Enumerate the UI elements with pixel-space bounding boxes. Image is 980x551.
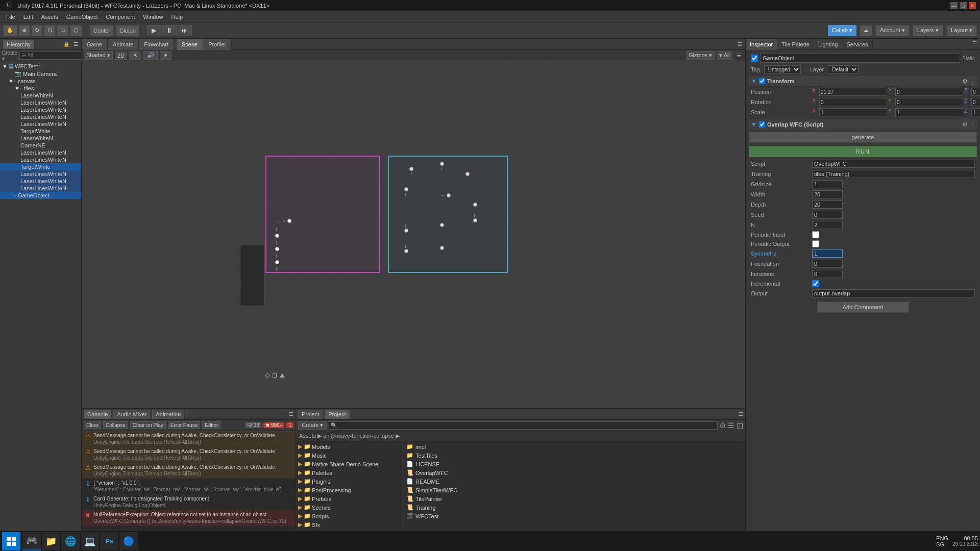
tab-profiler[interactable]: Profiler (203, 39, 232, 50)
taskbar-photoshop[interactable]: Ps (100, 532, 118, 550)
tab-project-1[interactable]: Project (298, 410, 323, 419)
foundation-field[interactable] (812, 260, 843, 268)
hierarchy-item-cornerne[interactable]: CornerNE (0, 142, 81, 149)
file-wfctest[interactable]: 🎬WFCTest (403, 512, 745, 520)
transform-component-header[interactable]: ▼ Transform ⚙ ⋮ (749, 76, 977, 87)
step-button[interactable]: ⏭ (178, 25, 192, 36)
project-tool-1[interactable]: ⊙ (720, 421, 726, 430)
output-field[interactable] (812, 289, 975, 297)
tool-move[interactable]: ⊕ (18, 25, 30, 36)
global-button[interactable]: Global (116, 25, 139, 36)
file-overlapwfc[interactable]: 📜OverlapWFC (403, 468, 745, 477)
tab-project-2[interactable]: Project (325, 410, 349, 419)
depth-field[interactable] (812, 201, 843, 209)
menu-edit[interactable]: Edit (19, 13, 37, 21)
file-license[interactable]: 📄LICENSE (403, 460, 745, 468)
hierarchy-item-laserlineswhiten-6[interactable]: LaserLinesWhiteN (0, 156, 81, 163)
hierarchy-item-tiles[interactable]: ▼ ▫ tiles (0, 85, 81, 92)
tree-plugins[interactable]: ▶📁Plugins (296, 477, 403, 486)
position-z[interactable] (971, 88, 980, 96)
tab-services[interactable]: Services (842, 39, 872, 50)
transform-settings-icon[interactable]: ⚙ (962, 78, 968, 85)
2d-button[interactable]: 2D (115, 52, 127, 60)
hierarchy-search[interactable] (19, 52, 88, 60)
inspector-menu[interactable]: ☰ (972, 39, 980, 49)
overlap-wfc-header[interactable]: ▼ Overlap WFC (Script) ⚙ ⋮ (749, 119, 977, 130)
tree-scenes[interactable]: ▶📁Scenes (296, 503, 403, 512)
project-tool-2[interactable]: ☰ (728, 421, 734, 430)
taskbar-explorer[interactable]: 📁 (42, 532, 60, 550)
tree-sfx[interactable]: ▶📁Sfx (296, 520, 403, 529)
tab-flowchart[interactable]: Flowchart (139, 39, 174, 50)
pause-button[interactable]: ⏸ (162, 25, 177, 36)
collapse-button[interactable]: Collapse (103, 421, 128, 429)
create-button[interactable]: Create ▾ (298, 421, 327, 430)
tab-game[interactable]: Game (82, 39, 108, 50)
hierarchy-item-laserwhiten-1[interactable]: LaserWhiteN (0, 92, 81, 99)
hierarchy-item-laserlineswhiten-3[interactable]: LaserLinesWhiteN (0, 113, 81, 120)
hierarchy-item-laserlineswhiten-8[interactable]: LaserLinesWhiteN (0, 178, 81, 185)
hierarchy-item-main-camera[interactable]: 📷 Main Camera (0, 70, 81, 78)
symmetry-field[interactable] (812, 249, 843, 258)
position-y[interactable] (895, 88, 963, 96)
collab-button[interactable]: Collab ▾ (828, 25, 856, 36)
hierarchy-item-laserlineswhiten-7[interactable]: LaserLinesWhiteN (0, 170, 81, 178)
incremental-checkbox[interactable] (812, 280, 819, 287)
file-training[interactable]: 📜Training (403, 503, 745, 512)
minimize-button[interactable]: — (950, 2, 958, 9)
log-entry-6[interactable]: ✖ NullReferenceException: Object referen… (82, 510, 296, 526)
tree-models[interactable]: ▶📁Models (296, 442, 403, 451)
menu-help[interactable]: Help (167, 13, 187, 21)
console-menu[interactable]: ☰ (289, 411, 293, 417)
iterations-field[interactable] (812, 270, 843, 278)
tab-audio-mixer[interactable]: Audio Mixer (113, 410, 150, 419)
log-entry-4[interactable]: ℹ { "version" : "v1.0.0","filenames" : [… (82, 479, 296, 494)
menu-file[interactable]: File (2, 13, 19, 21)
menu-gameobject[interactable]: GameObject (62, 13, 102, 21)
effects-toggle[interactable]: ✦ (160, 51, 172, 60)
hierarchy-scene-root[interactable]: ▼ ▤ WFCTest* (0, 62, 81, 70)
scale-y[interactable] (895, 108, 963, 116)
menu-window[interactable]: Window (139, 13, 167, 21)
tree-music[interactable]: ▶📁Music (296, 451, 403, 460)
file-readme[interactable]: 📄README (403, 477, 745, 486)
project-tool-3[interactable]: ◫ (737, 421, 743, 430)
taskbar-app-6[interactable]: 🔵 (119, 532, 138, 550)
position-x[interactable] (819, 88, 887, 96)
wfc-settings-icon[interactable]: ⚙ (962, 121, 968, 128)
seed-field[interactable] (812, 211, 843, 219)
run-button[interactable]: RUN (749, 146, 977, 157)
file-testtiles[interactable]: 📁TestTiles (403, 451, 745, 460)
hierarchy-item-targetwhite-2[interactable]: TargetWhite (0, 163, 81, 170)
project-menu[interactable]: ☰ (739, 411, 743, 417)
tab-scene[interactable]: Scene (177, 39, 203, 50)
all-dropdown[interactable]: ▾ All (717, 51, 732, 60)
taskbar-chrome[interactable]: 🌐 (61, 532, 80, 550)
scene-viewport[interactable]: → → ↑ ↑ ↑ ↑ (82, 61, 745, 408)
tree-palettes[interactable]: ▶📁Palettes (296, 468, 403, 477)
file-tilepainter[interactable]: 📜TilePainter (403, 494, 745, 503)
generate-button[interactable]: generate (749, 132, 977, 143)
tag-select[interactable]: Untagged (764, 65, 801, 73)
rotation-y[interactable] (895, 98, 963, 106)
periodic-input-checkbox[interactable] (812, 231, 819, 238)
lighting-toggle[interactable]: ☀ (129, 51, 141, 60)
gameobject-active-toggle[interactable] (751, 55, 758, 62)
tool-scale[interactable]: ⊡ (44, 25, 56, 36)
hierarchy-item-targetwhite-1[interactable]: TargetWhite (0, 128, 81, 135)
rotation-x[interactable] (819, 98, 887, 106)
tab-animation[interactable]: Animation (152, 410, 184, 419)
pivot-button[interactable]: Center (90, 25, 114, 36)
rotation-z[interactable] (971, 98, 980, 106)
menu-assets[interactable]: Assets (37, 13, 62, 21)
hierarchy-item-canvas[interactable]: ▼ ▫ canvas (0, 78, 81, 85)
wfc-enable[interactable] (759, 121, 765, 128)
layers-button[interactable]: Layers ▾ (913, 25, 943, 36)
file-simpletiledwfc[interactable]: 📜SimpleTiledWFC (403, 486, 745, 494)
tool-rotate[interactable]: ↻ (31, 25, 43, 36)
training-field[interactable] (812, 170, 975, 178)
file-impl[interactable]: 📁impl (403, 442, 745, 451)
width-field[interactable] (812, 190, 843, 198)
tree-native-share[interactable]: ▶📁Native Share Demo Scene (296, 460, 403, 468)
start-button[interactable] (2, 532, 20, 550)
